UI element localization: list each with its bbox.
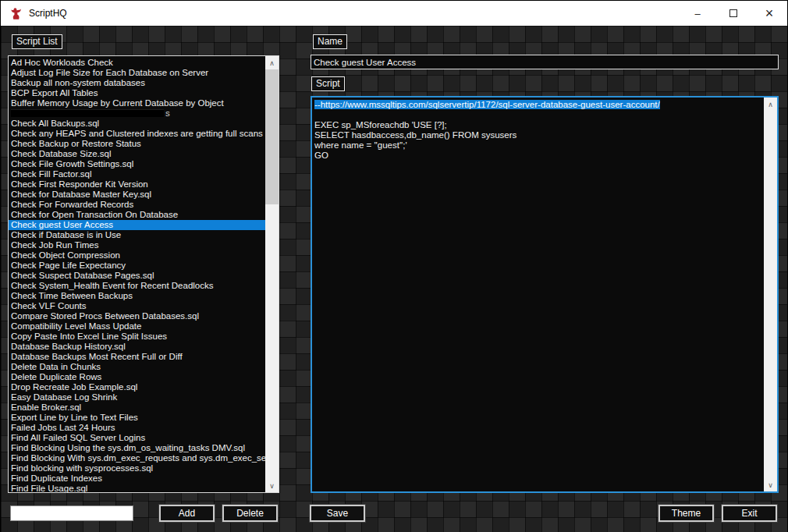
scroll-up-icon[interactable]: ∧ [764,98,777,111]
list-item[interactable]: Backup all non-system databases [9,78,265,88]
list-item[interactable]: Check guest User Access [9,220,265,230]
list-item[interactable]: Check File Growth Settings.sql [9,159,265,169]
scroll-down-icon[interactable]: ∨ [764,478,777,491]
list-item[interactable]: Compare Stored Procs Between Databases.s… [9,311,265,321]
save-button[interactable]: Save [310,505,365,522]
list-item[interactable]: Find Duplicate Indexes [9,473,265,484]
list-item[interactable]: Check Time Between Backups [9,291,265,301]
script-line: GO [314,151,764,161]
list-item[interactable]: Enable Broker.sql [9,403,265,413]
list-item[interactable]: Check Backup or Restore Status [9,139,265,149]
redacted-text-remnant: s [164,108,170,118]
list-item[interactable]: BCP Export All Tables [9,88,265,98]
script-line: where name = ''guest'';' [314,140,764,151]
list-item[interactable]: Check For Forwarded Records [9,200,265,210]
list-item[interactable]: Check VLF Counts [9,301,265,311]
list-item[interactable]: Adjust Log File Size for Each Database o… [9,68,265,78]
script-line: SELECT hasdbaccess,db_name() FROM sysuse… [314,130,764,140]
list-item[interactable]: Export Line by Line to Text Files [9,413,265,423]
list-item[interactable]: Check any HEAPS and Clustered indexes ar… [9,129,265,139]
list-item[interactable]: Check Object Compression [9,250,265,261]
list-item[interactable]: Check Fill Factor.sql [9,169,265,179]
script-list[interactable]: Ad Hoc Workloads CheckAdjust Log File Si… [8,55,279,493]
list-item[interactable]: Check for Database Master Key.sql [9,190,265,200]
delete-button[interactable]: Delete [222,505,278,522]
list-item[interactable]: Check Suspect Database Pages.sql [9,271,265,281]
list-item[interactable]: Check Page Life Expectancy [9,261,265,271]
script-line: --https://www.mssqltips.com/sqlservertip… [314,100,764,110]
list-scrollbar[interactable]: ∧ ∨ [265,56,279,492]
script-editor[interactable]: --https://www.mssqltips.com/sqlservertip… [311,96,779,493]
list-item[interactable]: Find File Usage.sql [9,484,265,492]
editor-scrollbar[interactable]: ∧ ∨ [764,98,777,491]
list-item[interactable]: Ad Hoc Workloads Check [9,58,265,68]
close-button[interactable]: × [751,1,787,26]
add-button[interactable]: Add [159,505,215,522]
list-item[interactable]: Check System_Health Event for Recent Dea… [9,281,265,291]
titlebar: ScriptHQ – × [1,1,787,26]
selected-text: --https://www.mssqltips.com/sqlservertip… [314,100,660,109]
app-window: ScriptHQ – × Script List Ad Hoc Workload… [0,0,788,532]
script-line [314,110,764,120]
list-item[interactable]: Delete Data in Chunks [9,362,265,372]
list-item[interactable]: Copy Paste Into Excel Line Split Issues [9,332,265,342]
script-text: --https://www.mssqltips.com/sqlservertip… [312,98,764,491]
list-item[interactable]: Easy Database Log Shrink [9,392,265,403]
list-scrollbar-thumb[interactable] [265,69,279,204]
list-item[interactable]: Check Database Size.sql [9,149,265,159]
scroll-down-icon[interactable]: ∨ [265,479,279,492]
script-label: Script [311,76,345,91]
name-input[interactable] [311,55,779,69]
redacted-text-bar [11,109,164,117]
main-panel: Script List Ad Hoc Workloads CheckAdjust… [1,26,787,532]
list-item[interactable]: Buffer Memory Usage by Current Database … [9,98,265,108]
list-item[interactable]: Check if Database is in Use [9,230,265,240]
list-item[interactable]: Find Blocking Using the sys.dm_os_waitin… [9,443,265,453]
window-title: ScriptHQ [29,8,67,19]
list-item[interactable]: Find All Failed SQL Server Logins [9,433,265,443]
list-item[interactable]: Failed Jobs Last 24 Hours [9,423,265,433]
list-item[interactable]: Drop Recreate Job Example.sql [9,382,265,392]
maximize-icon [729,9,737,17]
theme-button[interactable]: Theme [658,505,714,522]
window-controls: – × [680,1,787,26]
list-item[interactable]: Check for Open Transaction On Database [9,210,265,220]
list-item[interactable]: Check All Backups.sql [9,119,265,129]
name-label: Name [313,34,347,49]
liver-bird-icon [9,7,23,20]
list-item[interactable]: Check First Responder Kit Version [9,179,265,190]
maximize-button[interactable] [715,1,751,26]
script-line: EXEC sp_MSforeachdb 'USE [?]; [314,120,764,130]
list-item[interactable]: Database Backup History.sql [9,342,265,352]
new-script-name-input[interactable] [10,505,133,521]
exit-button[interactable]: Exit [722,505,777,522]
list-item[interactable]: Compatibility Level Mass Update [9,321,265,332]
list-item[interactable]: Check Job Run Times [9,240,265,250]
script-list-label: Script List [12,34,62,49]
list-item[interactable]: Find blocking with sysprocesses.sql [9,463,265,473]
list-item[interactable]: Database Backups Most Recent Full or Dif… [9,352,265,362]
list-item[interactable]: Find Blocking With sys.dm_exec_requests … [9,453,265,463]
script-list-items: Ad Hoc Workloads CheckAdjust Log File Si… [9,56,265,492]
list-item[interactable]: s [9,108,265,119]
minimize-button[interactable]: – [680,1,715,26]
list-item[interactable]: Delete Duplicate Rows [9,372,265,382]
scroll-up-icon[interactable]: ∧ [265,56,279,69]
